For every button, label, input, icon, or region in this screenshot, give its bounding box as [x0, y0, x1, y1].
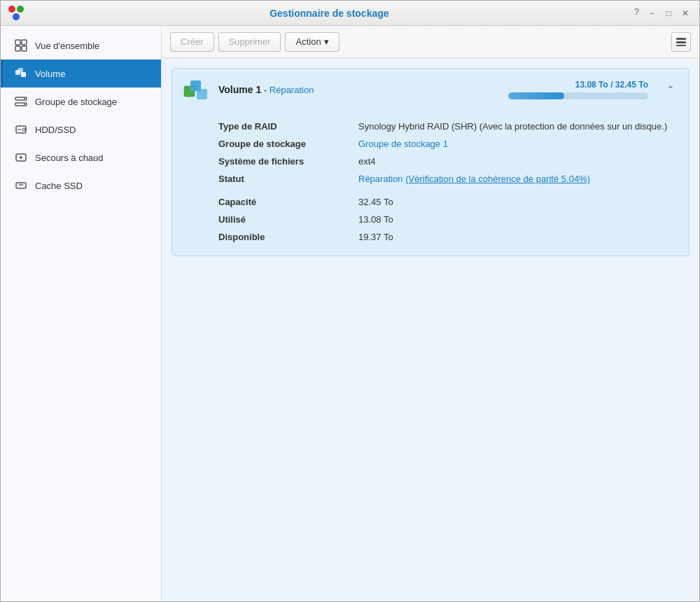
- svg-rect-20: [676, 41, 686, 43]
- app-logo: [8, 5, 24, 22]
- sidebar-item-vue-ensemble[interactable]: Vue d'ensemble: [1, 31, 161, 59]
- sidebar-item-label-groupe-stockage: Groupe de stockage: [35, 97, 117, 107]
- storage-group-link[interactable]: Groupe de stockage 1: [358, 139, 448, 149]
- svg-rect-3: [15, 40, 20, 45]
- window-controls: ? − □ ✕: [634, 6, 692, 20]
- detail-row-raid: Type de RAID Synology Hybrid RAID (SHR) …: [218, 118, 679, 135]
- svg-rect-18: [16, 183, 26, 188]
- main-area: Vue d'ensemble Volume: [1, 26, 699, 601]
- volume-collapse-button[interactable]: ⌃: [662, 81, 679, 98]
- detail-row-available: Disponible 19.37 To: [218, 228, 679, 246]
- window-title: Gestionnaire de stockage: [24, 8, 634, 19]
- volume-icon: [14, 66, 28, 80]
- detail-row-status: Statut Réparation (Vérification de la co…: [218, 170, 679, 188]
- available-value: 19.37 To: [358, 232, 393, 242]
- detail-row-filesystem: Système de fichiers ext4: [218, 153, 679, 170]
- volume-usage-text: 13.08 To / 32.45 To: [575, 80, 648, 90]
- raid-type-label: Type de RAID: [218, 121, 358, 132]
- volume-title-area: Volume 1 - Réparation: [218, 84, 486, 95]
- maximize-button[interactable]: □: [662, 6, 676, 20]
- sidebar-item-secours-chaud[interactable]: Secours à chaud: [1, 144, 161, 172]
- svg-point-13: [24, 104, 25, 105]
- storage-group-icon: [14, 94, 28, 108]
- close-button[interactable]: ✕: [678, 6, 692, 20]
- progress-bar-fill: [508, 92, 564, 99]
- used-value: 13.08 To: [358, 214, 393, 225]
- svg-point-2: [13, 13, 20, 20]
- used-label: Utilisé: [218, 214, 358, 225]
- svg-point-1: [17, 6, 24, 13]
- progress-bar-background: [508, 92, 648, 99]
- svg-rect-6: [22, 46, 27, 51]
- hotspare-icon: [14, 150, 28, 164]
- delete-label: Supprimer: [229, 36, 271, 47]
- sidebar-item-label-secours-chaud: Secours à chaud: [35, 153, 104, 163]
- detail-row-used: Utilisé 13.08 To: [218, 211, 679, 228]
- volume-name: Volume 1: [218, 84, 261, 95]
- storage-group-label: Groupe de stockage: [218, 139, 358, 149]
- available-label: Disponible: [218, 232, 358, 242]
- svg-point-0: [8, 6, 15, 13]
- svg-point-15: [22, 128, 25, 131]
- detail-row-capacity: Capacité 32.45 To: [218, 193, 679, 211]
- volume-card: Volume 1 - Réparation 13.08 To / 32.45 T…: [172, 68, 690, 256]
- status-repair-link[interactable]: Réparation: [358, 174, 403, 184]
- create-label: Créer: [181, 36, 204, 47]
- hdd-icon: [14, 122, 28, 136]
- volume-cube-icon: [182, 76, 210, 104]
- content-area: Volume 1 - Réparation 13.08 To / 32.45 T…: [162, 58, 699, 601]
- storage-group-value: Groupe de stockage 1: [358, 139, 448, 149]
- list-view-button[interactable]: [671, 32, 691, 52]
- action-dropdown-icon: ▾: [324, 36, 329, 47]
- titlebar: Gestionnaire de stockage ? − □ ✕: [1, 1, 699, 26]
- create-button[interactable]: Créer: [170, 32, 214, 52]
- volume-separator: -: [264, 85, 270, 95]
- volume-status-link[interactable]: Réparation: [270, 85, 314, 95]
- status-value: Réparation (Vérification de la cohérence…: [358, 174, 590, 184]
- status-label: Statut: [218, 174, 358, 184]
- sidebar-item-cache-ssd[interactable]: Cache SSD: [1, 172, 161, 200]
- sidebar-item-groupe-stockage[interactable]: Groupe de stockage: [1, 88, 161, 115]
- overview-icon: [14, 38, 28, 52]
- details-separator: [218, 188, 679, 193]
- sidebar-item-label-vue-ensemble: Vue d'ensemble: [35, 41, 99, 51]
- filesystem-value: ext4: [358, 156, 376, 167]
- sidebar-item-label-cache-ssd: Cache SSD: [35, 181, 83, 191]
- main-window: Gestionnaire de stockage ? − □ ✕ Vue d'e…: [0, 0, 700, 602]
- sidebar-item-volume[interactable]: Volume: [1, 59, 161, 88]
- volume-details: Type de RAID Synology Hybrid RAID (SHR) …: [172, 111, 689, 255]
- svg-rect-19: [676, 38, 686, 40]
- detail-row-storage-group: Groupe de stockage Groupe de stockage 1: [218, 135, 679, 153]
- svg-point-12: [24, 98, 25, 99]
- svg-rect-8: [18, 68, 23, 73]
- capacity-label: Capacité: [218, 197, 358, 207]
- svg-rect-9: [21, 72, 26, 77]
- volume-progress-area: 13.08 To / 32.45 To: [494, 80, 648, 99]
- toolbar: Créer Supprimer Action ▾: [162, 26, 699, 58]
- filesystem-label: Système de fichiers: [218, 156, 358, 167]
- raid-type-value: Synology Hybrid RAID (SHR) (Avec la prot…: [358, 121, 667, 132]
- volume-header: Volume 1 - Réparation 13.08 To / 32.45 T…: [172, 69, 689, 111]
- minimize-button[interactable]: −: [645, 6, 659, 20]
- parity-check-link[interactable]: (Vérification de la cohérence de parité …: [405, 174, 590, 184]
- svg-rect-24: [197, 89, 207, 99]
- sidebar-item-label-volume: Volume: [35, 69, 65, 79]
- svg-rect-5: [15, 46, 20, 51]
- sidebar-item-hdd-ssd[interactable]: HDD/SSD: [1, 115, 161, 144]
- svg-rect-4: [22, 40, 27, 45]
- sidebar: Vue d'ensemble Volume: [1, 26, 162, 601]
- delete-button[interactable]: Supprimer: [218, 32, 281, 52]
- help-icon[interactable]: ?: [634, 6, 639, 20]
- list-view-icon: [676, 36, 687, 48]
- sidebar-item-label-hdd-ssd: HDD/SSD: [35, 125, 76, 135]
- capacity-value: 32.45 To: [358, 197, 393, 207]
- action-label: Action: [295, 36, 321, 47]
- action-button[interactable]: Action ▾: [285, 32, 339, 52]
- cache-icon: [14, 178, 28, 192]
- svg-rect-21: [676, 45, 686, 46]
